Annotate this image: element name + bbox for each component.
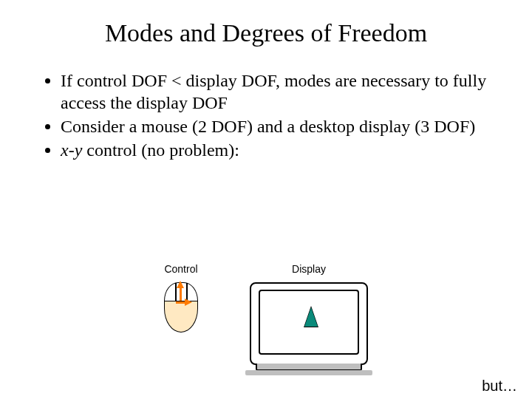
figure: Control Display (164, 263, 368, 375)
bullet-rest: control (no problem): (82, 140, 239, 160)
bullet-list: If control DOF < display DOF, modes are … (43, 69, 502, 161)
figure-display-column: Display (250, 263, 368, 375)
bullet-item: x-y control (no problem): (61, 139, 502, 161)
monitor-icon (250, 282, 368, 375)
figure-control-column: Control (164, 263, 198, 332)
cursor-icon (304, 307, 318, 327)
slide: Modes and Degrees of Freedom If control … (0, 19, 532, 399)
display-label: Display (292, 263, 326, 275)
bullet-item: If control DOF < display DOF, modes are … (61, 69, 502, 114)
bullet-italic: x-y (61, 140, 82, 160)
control-label: Control (164, 263, 197, 275)
slide-title: Modes and Degrees of Freedom (0, 19, 532, 47)
bullet-item: Consider a mouse (2 DOF) and a desktop d… (61, 115, 502, 137)
mouse-icon (164, 282, 198, 332)
continuation-text: but… (482, 378, 517, 395)
arrow-right-icon (185, 299, 192, 306)
arrow-up-icon (177, 281, 184, 288)
